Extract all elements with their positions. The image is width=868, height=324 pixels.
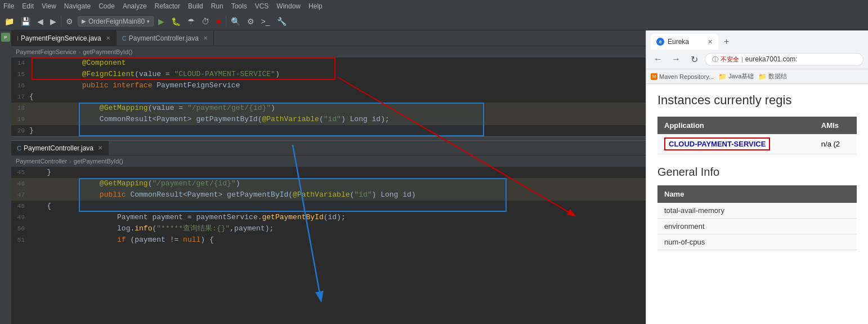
toolbar-btn-3[interactable]: ⚙ (64, 16, 75, 27)
code-line-16: 16 public interface PaymentFeignService (11, 80, 646, 91)
toolbar-terminal[interactable]: >_ (259, 16, 272, 27)
menu-view[interactable]: View (42, 2, 56, 10)
menu-file[interactable]: File (3, 2, 14, 10)
pathvar-val-1: "id" (324, 115, 341, 123)
info-row-2: environment (657, 219, 857, 234)
browser-tab-label: Eureka (668, 38, 689, 46)
browser-favicon: e (656, 38, 664, 46)
col-amis: AMIs (815, 117, 857, 134)
code-line-19: 19 CommonResult<Payment> getPaymentById(… (11, 114, 646, 125)
menu-help[interactable]: Help (308, 2, 323, 10)
browser-forward-btn[interactable]: → (669, 52, 683, 66)
menu-analyze[interactable]: Analyze (123, 2, 147, 10)
tab-controller-close-2[interactable]: ✕ (98, 145, 102, 151)
menu-edit[interactable]: Edit (22, 2, 34, 10)
bookmark-maven-label: Maven Repository... (659, 73, 714, 80)
amis-cell: n/a (2 (815, 134, 857, 154)
browser-address-bar[interactable]: ⓘ 不安全 | eureka7001.com: (705, 53, 863, 66)
toolbar-search[interactable]: 🔍 (229, 16, 243, 27)
info-col-name: Name (657, 185, 857, 203)
line-num-15: 15 (11, 69, 29, 80)
line-num-20: 20 (11, 125, 29, 136)
run-btn[interactable]: ▶ (156, 16, 167, 27)
general-info-table: Name total-avail-memory environment num-… (657, 185, 857, 250)
tab-payment-controller[interactable]: C PaymentController.java ✕ (117, 30, 214, 46)
coverage-btn[interactable]: ☂ (185, 16, 197, 27)
info-cell-memory: total-avail-memory (657, 203, 857, 219)
eureka-instances-table: Application AMIs CLOUD-PAYMENT-SERVICE n… (657, 117, 857, 154)
interface-name: PaymentFeignService (156, 81, 240, 90)
method-sig-1: CommonResult<Payment> getPaymentById( (82, 115, 262, 123)
breadcrumb-1: PaymentFeignService › getPaymentById() (11, 46, 646, 57)
class-icon-1: C (122, 35, 127, 42)
menu-build[interactable]: Build (188, 2, 203, 10)
kw-public-2: public (82, 190, 131, 199)
line51-if: if (82, 236, 131, 244)
left-sidebar: P (0, 30, 11, 324)
line51-null: null (183, 236, 200, 244)
code-line-20: 20 } (11, 125, 646, 136)
line-num-51: 51 (11, 234, 29, 246)
browser-tab-eureka[interactable]: e Eureka ✕ (651, 34, 718, 50)
info-row-1: total-avail-memory (657, 203, 857, 219)
bookmark-data[interactable]: 📁 数据结 (758, 72, 787, 81)
bookmark-maven[interactable]: M Maven Repository... (651, 73, 714, 80)
browser-back-btn[interactable]: ← (651, 52, 665, 66)
breadcrumb-sep-2: › (69, 158, 71, 165)
section-separator (11, 136, 646, 141)
back-btn[interactable]: ◀ (35, 16, 46, 27)
main-area: P I PaymentFeignService.java ✕ C Payment… (0, 30, 868, 324)
forward-btn[interactable]: ▶ (48, 16, 59, 27)
code-line-47: 47 public CommonResult<Payment> getPayme… (11, 189, 646, 201)
tab-feign-close[interactable]: ✕ (106, 35, 110, 41)
line-content-51: if (payment != null) { (29, 223, 641, 246)
browser-tab-close[interactable]: ✕ (708, 38, 713, 46)
breadcrumb-method-1[interactable]: getPaymentById() (83, 48, 132, 55)
menu-window[interactable]: Window (276, 2, 301, 10)
pathvar-end-2: ) Long id) (372, 190, 416, 199)
info-row-3: num-of-cpus (657, 234, 857, 250)
menu-tools[interactable]: Tools (231, 2, 247, 10)
sidebar-project-icon[interactable]: P (1, 33, 10, 42)
line-num-45: 45 (11, 167, 29, 178)
browser-reload-btn[interactable]: ↻ (687, 52, 701, 66)
menu-vcs[interactable]: VCS (255, 2, 269, 10)
tab-controller-close-1[interactable]: ✕ (203, 35, 208, 41)
class-icon-2: C (17, 145, 21, 152)
stop-btn[interactable]: ■ (214, 16, 223, 27)
new-tab-btn[interactable]: + (721, 37, 732, 47)
menu-code[interactable]: Code (99, 2, 115, 10)
pathvar-end-1: ) Long id); (341, 115, 390, 123)
breadcrumb-class-2[interactable]: PaymentController (16, 158, 67, 165)
breadcrumb-class-1[interactable]: PaymentFeignService (16, 48, 77, 55)
bookmarks-bar: M Maven Repository... 📁 Java基础 📁 数据结 (646, 69, 868, 83)
maven-icon: M (651, 73, 657, 80)
menu-navigate[interactable]: Navigate (64, 2, 91, 10)
menu-refactor[interactable]: Refactor (155, 2, 180, 10)
toolbar: 📁 💾 ◀ ▶ ⚙ ▶ OrderFeignMain80 ▾ ▶ 🐛 ☂ ⏱ ■… (0, 12, 868, 30)
line-num-48: 48 (11, 201, 29, 212)
file-tabs-top: I PaymentFeignService.java ✕ C PaymentCo… (11, 30, 646, 46)
line-num-19: 19 (11, 114, 29, 125)
service-name-cell: CLOUD-PAYMENT-SERVICE (657, 134, 815, 154)
toolbar-gradle[interactable]: 🔧 (275, 16, 289, 27)
run-config-selector[interactable]: ▶ OrderFeignMain80 ▾ (78, 16, 154, 26)
menu-run[interactable]: Run (211, 2, 223, 10)
general-info-title: General Info (657, 166, 857, 179)
debug-btn[interactable]: 🐛 (169, 16, 183, 27)
code-block-2: 45 } 46 @GetMapping("/payment/get/{id}")… (11, 167, 646, 246)
tab-controller-2[interactable]: C PaymentController.java ✕ (11, 141, 109, 155)
line51-cond: (payment != (130, 236, 183, 244)
profile-btn[interactable]: ⏱ (199, 16, 212, 27)
menu-bar: File Edit View Navigate Code Analyze Ref… (0, 0, 868, 12)
bookmark-java[interactable]: 📁 Java基础 (718, 72, 754, 81)
toolbar-btn-2[interactable]: 💾 (19, 16, 33, 27)
breadcrumb-method-2[interactable]: getPaymentById() (74, 158, 123, 165)
toolbar-btn-1[interactable]: 📁 (2, 16, 16, 27)
toolbar-settings[interactable]: ⚙ (245, 16, 257, 27)
line51-close: ) { (200, 236, 213, 244)
tab-payment-feign-service[interactable]: I PaymentFeignService.java ✕ (11, 30, 117, 46)
line-content-20: } (29, 125, 641, 136)
table-row: CLOUD-PAYMENT-SERVICE n/a (2 (657, 134, 857, 154)
folder-icon-2: 📁 (758, 73, 767, 81)
